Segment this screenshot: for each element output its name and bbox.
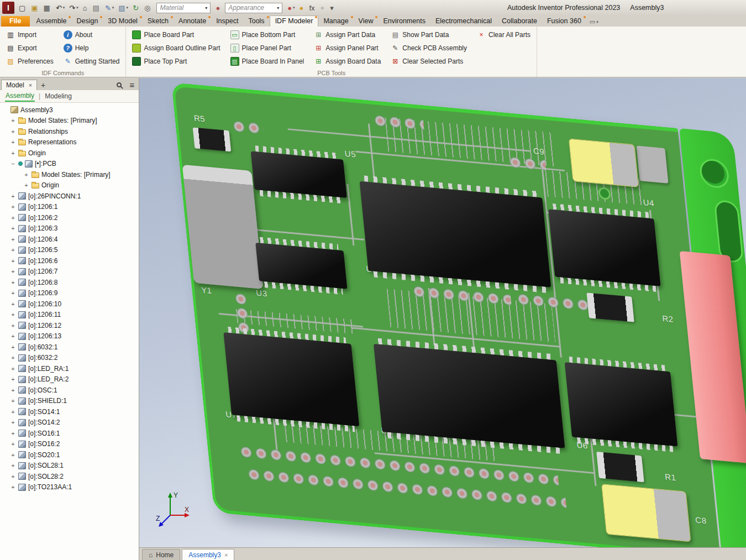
- tree-item[interactable]: + [o]:1206:1: [0, 202, 139, 213]
- ribbon-tab[interactable]: File: [1, 16, 30, 27]
- appearance-dropdown[interactable]: Appearance ▾: [225, 3, 282, 13]
- inventor-logo-icon[interactable]: I: [2, 2, 14, 14]
- ribbon-button[interactable]: ▤ Show Part Data: [387, 28, 471, 41]
- ribbon-button[interactable]: ⊞ Assign Panel Part: [310, 41, 385, 55]
- ribbon-tab[interactable]: Design: [71, 16, 103, 27]
- quick-access-icon[interactable]: ⌂: [81, 2, 91, 14]
- tree-item[interactable]: + [o]:1206:8: [0, 277, 139, 288]
- subtab-assembly[interactable]: Assembly: [5, 91, 35, 102]
- ribbon-tab[interactable]: Manage: [318, 16, 353, 27]
- quick-access-icon[interactable]: ▣: [29, 2, 41, 14]
- ribbon-button[interactable]: ⊞ Assign Board Data: [310, 55, 385, 68]
- tree-item[interactable]: + [o]:1206:2: [0, 212, 139, 223]
- tree-item[interactable]: + [o]:6032:1: [0, 342, 139, 353]
- quick-access-icon[interactable]: ▦: [41, 2, 54, 14]
- crystal-y1[interactable]: [182, 165, 264, 289]
- ribbon-button[interactable]: ▤ Export: [2, 41, 57, 55]
- tree-item[interactable]: + [o]:1206:7: [0, 266, 139, 278]
- ribbon-button[interactable]: ✎ Check PCB Assembly: [387, 41, 471, 55]
- tree-item[interactable]: + Representations: [0, 137, 139, 148]
- quick-access-icon[interactable]: ▾: [328, 2, 337, 14]
- close-icon[interactable]: ×: [224, 552, 228, 558]
- tree-item[interactable]: + [o]:6032:2: [0, 353, 139, 364]
- quick-access-icon[interactable]: ● ▾: [285, 2, 297, 14]
- tree-expander-icon[interactable]: +: [10, 290, 16, 296]
- tree-expander-icon[interactable]: +: [10, 387, 16, 394]
- subtab-modeling[interactable]: Modeling: [44, 91, 72, 101]
- ribbon-button[interactable]: ⊞ Assign Part Data: [310, 28, 385, 41]
- tree-expander-icon[interactable]: +: [10, 419, 16, 426]
- tree-item[interactable]: + [o]:1206:4: [0, 234, 139, 245]
- tree-expander-icon[interactable]: +: [10, 214, 16, 221]
- ribbon-tab[interactable]: 3D Model: [103, 16, 143, 27]
- tree-expander-icon[interactable]: +: [10, 150, 16, 156]
- ribbon-button[interactable]: i About: [60, 28, 124, 41]
- connector-block[interactable]: [636, 145, 668, 183]
- ic-chip-u5[interactable]: [250, 145, 348, 204]
- ribbon-tab[interactable]: Assemble: [31, 16, 72, 27]
- document-tab-assembly3[interactable]: Assembly3 ×: [182, 549, 234, 560]
- quick-access-icon[interactable]: ↷ ▾: [67, 2, 80, 14]
- tree-item[interactable]: + [o]:1206:6: [0, 255, 139, 266]
- tree-item[interactable]: + [o]:1206:9: [0, 288, 139, 299]
- capacitor-c9[interactable]: [569, 138, 639, 187]
- tree-expander-icon[interactable]: −: [10, 160, 16, 167]
- ribbon-button[interactable]: ? Help: [60, 41, 124, 55]
- tree-expander-icon[interactable]: +: [23, 171, 29, 178]
- tree-item[interactable]: Assembly3: [0, 104, 139, 116]
- tree-item[interactable]: + [o]:SOL28:2: [0, 471, 139, 482]
- tree-expander-icon[interactable]: +: [10, 452, 16, 458]
- browser-tab-model[interactable]: Model ×: [1, 80, 37, 90]
- tree-item[interactable]: + [o]:SO20:1: [0, 449, 139, 460]
- resistor-r2[interactable]: [586, 292, 634, 322]
- close-icon[interactable]: ×: [29, 82, 32, 88]
- quick-access-icon[interactable]: ▧ ▾: [116, 2, 130, 14]
- tree-item[interactable]: + [o]:SHIELD:1: [0, 396, 139, 407]
- tree-expander-icon[interactable]: +: [10, 128, 16, 135]
- quick-access-icon[interactable]: ◎: [142, 2, 154, 14]
- home-tab[interactable]: ⌂ Home: [142, 549, 180, 560]
- tree-expander-icon[interactable]: +: [10, 344, 16, 350]
- ribbon-tab[interactable]: Fusion 360: [542, 16, 586, 27]
- tree-expander-icon[interactable]: +: [10, 117, 16, 124]
- ribbon-button[interactable]: ▯ Place Panel Part: [227, 41, 308, 55]
- ribbon-tab[interactable]: IDF Modeler: [270, 15, 319, 27]
- tree-item[interactable]: + Model States: [Primary]: [0, 116, 139, 127]
- tree-expander-icon[interactable]: +: [10, 311, 16, 318]
- tree-item[interactable]: − [•]:PCB: [0, 159, 139, 170]
- ic-chip-u3[interactable]: [255, 237, 348, 295]
- ic-chip-u4[interactable]: [548, 203, 661, 292]
- tree-item[interactable]: + [o]:26PINCONN:1: [0, 191, 139, 202]
- tree-item[interactable]: + [o]:1206:11: [0, 310, 139, 321]
- quick-access-icon[interactable]: ↻: [130, 2, 142, 14]
- quick-access-icon[interactable]: ▤: [91, 2, 103, 14]
- tree-expander-icon[interactable]: +: [10, 473, 16, 480]
- ribbon-button[interactable]: ✎ Getting Started: [60, 55, 124, 68]
- tree-item[interactable]: + [o]:LED_RA:1: [0, 363, 139, 374]
- tree-expander-icon[interactable]: +: [10, 484, 16, 490]
- tree-expander-icon[interactable]: +: [10, 258, 16, 264]
- quick-access-icon[interactable]: fx: [307, 2, 318, 14]
- 3d-viewport[interactable]: R5 U5 C9 U4 U2 U3 Y1 R2: [139, 78, 746, 547]
- tree-item[interactable]: + [o]:SO16:1: [0, 428, 139, 439]
- ribbon-button[interactable]: ▥ Import: [2, 28, 57, 41]
- ribbon-button[interactable]: × Clear All Parts: [473, 28, 534, 41]
- ui-switcher-icon[interactable]: ▭ ▾: [586, 17, 602, 27]
- tree-item[interactable]: + Model States: [Primary]: [0, 169, 139, 180]
- search-icon[interactable]: [112, 79, 125, 90]
- tree-item[interactable]: + [o]:1206:10: [0, 299, 139, 310]
- tree-expander-icon[interactable]: +: [10, 462, 16, 469]
- tree-expander-icon[interactable]: +: [10, 279, 16, 286]
- tree-expander-icon[interactable]: +: [10, 376, 16, 383]
- material-dropdown[interactable]: Material ▾: [156, 3, 211, 13]
- ribbon-tab[interactable]: View: [354, 16, 379, 27]
- ribbon-button[interactable]: ▨ Preferences: [2, 55, 57, 68]
- tree-expander-icon[interactable]: +: [10, 409, 16, 415]
- tree-expander-icon[interactable]: +: [10, 236, 16, 243]
- tree-expander-icon[interactable]: +: [10, 247, 16, 253]
- ribbon-tab[interactable]: Inspect: [211, 16, 243, 27]
- ribbon-tab[interactable]: Electromechanical: [430, 16, 497, 27]
- tree-item[interactable]: + [o]:SO14:2: [0, 417, 139, 428]
- tree-item[interactable]: + [o]:1206:3: [0, 223, 139, 234]
- ribbon-button[interactable]: ▥ Place Board In Panel: [227, 55, 308, 68]
